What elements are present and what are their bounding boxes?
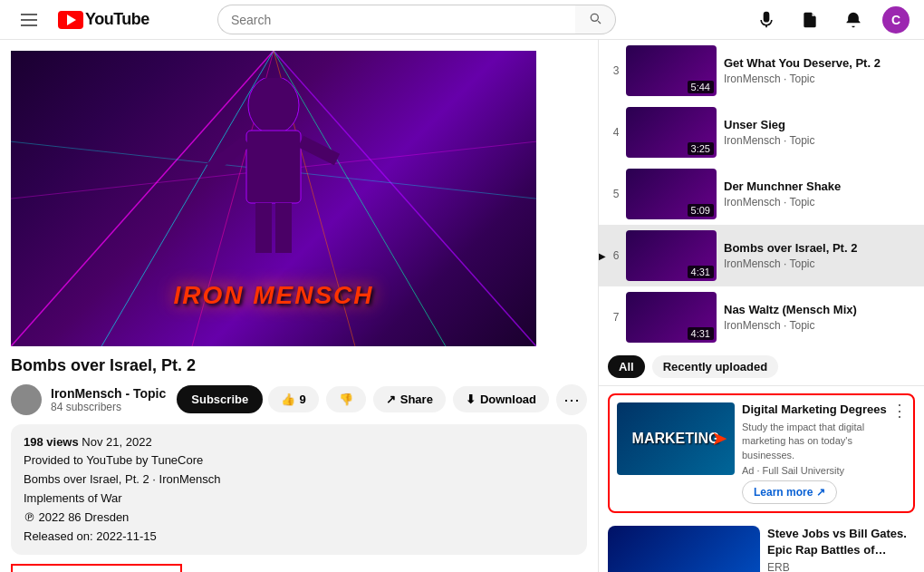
like-button[interactable]: 👍 9 xyxy=(268,386,319,412)
upload-button[interactable] xyxy=(795,5,824,34)
avatar[interactable]: C xyxy=(882,6,910,34)
item-duration: 4:31 xyxy=(688,327,714,340)
item-number: 5 xyxy=(606,188,626,200)
view-date: Nov 21, 2022 xyxy=(82,435,151,449)
view-count: 198 views xyxy=(24,435,79,449)
hamburger-icon xyxy=(17,10,41,30)
item-number: 3 xyxy=(606,64,626,77)
item-info: Bombs over Israel, Pt. 2 IronMensch · To… xyxy=(717,241,917,271)
search-button[interactable] xyxy=(575,5,616,34)
learn-more-button[interactable]: Learn more ↗ xyxy=(742,480,837,504)
main-content: IRON MENSCH Bombs over Israel, Pt. 2 Iro… xyxy=(0,40,924,572)
svg-rect-13 xyxy=(275,203,292,253)
subscriber-count: 84 subscribers xyxy=(51,401,166,413)
svg-point-8 xyxy=(248,78,299,134)
channel-row: IronMensch - Topic 84 subscribers Subscr… xyxy=(11,384,587,415)
rec-thumbnail: 2:48 xyxy=(608,526,760,572)
item-number: 7 xyxy=(606,311,626,324)
hamburger-menu-button[interactable] xyxy=(14,5,43,34)
item-channel: IronMensch · Topic xyxy=(724,134,917,147)
playlist-item[interactable]: 7 4:31 Nas Waltz (Mensch Mix) IronMensch… xyxy=(599,286,924,348)
item-thumbnail: 5:44 xyxy=(626,45,717,96)
copyright-info: ℗ 2022 86 Dresden xyxy=(24,509,574,528)
share-button[interactable]: ↗ Share xyxy=(373,386,446,412)
video-overlay-text: IRON MENSCH xyxy=(173,281,373,310)
video-player[interactable]: IRON MENSCH xyxy=(11,51,536,346)
item-channel: IronMensch · Topic xyxy=(724,196,917,208)
recommended-items: 2:48 Steve Jobs vs Bill Gates. Epic Rap … xyxy=(599,520,924,572)
ad-more-options-button[interactable]: ⋮ xyxy=(891,401,908,421)
ad-thumbnail: MARKETING ➤ xyxy=(617,402,735,475)
svg-rect-12 xyxy=(255,203,272,253)
playlist-item[interactable]: 4 3:25 Unser Sieg IronMensch · Topic xyxy=(599,102,924,163)
ad-title: Digital Marketing Degrees xyxy=(742,402,906,418)
provided-by: Provided to YouTube by TuneCore xyxy=(24,451,574,470)
ad-thumb-text: MARKETING xyxy=(632,431,720,447)
released-info: Released on: 2022-11-15 xyxy=(24,528,574,547)
tab-recently-uploaded[interactable]: Recently uploaded xyxy=(652,355,779,378)
playlist-item[interactable]: 5 5:09 Der Munchner Shake IronMensch · T… xyxy=(599,163,924,225)
item-info: Get What You Deserve, Pt. 2 IronMensch ·… xyxy=(717,56,917,86)
item-duration: 4:31 xyxy=(688,266,714,278)
header-right: C xyxy=(752,5,910,34)
svg-line-10 xyxy=(210,141,246,169)
item-channel: IronMensch · Topic xyxy=(724,319,917,332)
download-button[interactable]: ⬇ Download xyxy=(453,386,549,412)
svg-line-11 xyxy=(301,141,337,160)
item-thumbnail: 4:31 xyxy=(626,292,717,343)
rec-title: Steve Jobs vs Bill Gates. Epic Rap Battl… xyxy=(767,526,915,558)
channel-info: IronMensch - Topic 84 subscribers xyxy=(51,386,166,413)
channel-avatar[interactable] xyxy=(11,384,42,415)
learn-more-label: Learn more xyxy=(754,486,813,499)
item-duration: 3:25 xyxy=(688,142,714,155)
ad-card: MARKETING ➤ Digital Marketing Degrees St… xyxy=(608,393,915,513)
download-icon: ⬇ xyxy=(466,393,476,406)
subscribe-button[interactable]: Subscribe xyxy=(177,385,263,413)
item-number: 4 xyxy=(606,126,626,139)
video-title: Bombs over Israel, Pt. 2 xyxy=(11,355,587,376)
thumbs-up-icon: 👍 xyxy=(281,393,295,406)
sidebar: 3 5:44 Get What You Deserve, Pt. 2 IronM… xyxy=(598,40,924,572)
like-count: 9 xyxy=(300,393,306,406)
description-box: 198 views Nov 21, 2022 Provided to YouTu… xyxy=(11,424,587,556)
item-channel: IronMensch · Topic xyxy=(724,73,917,85)
dislike-button[interactable]: 👎 xyxy=(326,386,366,412)
external-link-icon: ↗ xyxy=(816,486,825,499)
video-section: IRON MENSCH Bombs over Israel, Pt. 2 Iro… xyxy=(0,40,598,572)
item-title: Unser Sieg xyxy=(724,118,917,133)
channel-name[interactable]: IronMensch - Topic xyxy=(51,386,166,401)
item-title: Get What You Deserve, Pt. 2 xyxy=(724,56,917,72)
item-thumbnail: 3:25 xyxy=(626,107,717,158)
mic-icon xyxy=(757,11,775,29)
mic-button[interactable] xyxy=(752,5,781,34)
item-title: Der Munchner Shake xyxy=(724,179,917,195)
notifications-button[interactable] xyxy=(839,5,868,34)
item-title: Nas Waltz (Mensch Mix) xyxy=(724,303,917,318)
sidebar-tabs: All Recently uploaded xyxy=(599,348,924,386)
youtube-logo[interactable]: YouTube xyxy=(58,10,149,29)
item-info: Nas Waltz (Mensch Mix) IronMensch · Topi… xyxy=(717,303,917,333)
item-number: 6 xyxy=(606,249,626,262)
autogen-label: Auto-generated by YouTube. xyxy=(11,564,182,572)
youtube-icon xyxy=(58,11,83,29)
tab-all[interactable]: All xyxy=(608,355,645,378)
search-bar xyxy=(217,5,616,34)
red-arrow-icon: ← xyxy=(191,565,211,572)
item-duration: 5:44 xyxy=(688,81,714,93)
bell-icon xyxy=(844,11,862,29)
playlist-item[interactable]: 6 4:31 Bombs over Israel, Pt. 2 IronMens… xyxy=(599,225,924,286)
svg-rect-9 xyxy=(246,131,301,203)
item-channel: IronMensch · Topic xyxy=(724,257,917,270)
ad-info: Digital Marketing Degrees Study the impa… xyxy=(742,402,906,504)
search-input[interactable] xyxy=(217,5,575,34)
share-icon: ↗ xyxy=(386,393,396,406)
header: YouTube C xyxy=(0,0,924,40)
item-info: Der Munchner Shake IronMensch · Topic xyxy=(717,179,917,209)
more-options-button[interactable]: ⋯ xyxy=(556,384,587,415)
youtube-logo-text: YouTube xyxy=(85,10,149,29)
playlist-item[interactable]: 3 5:44 Get What You Deserve, Pt. 2 IronM… xyxy=(599,40,924,102)
recommended-item[interactable]: 2:48 Steve Jobs vs Bill Gates. Epic Rap … xyxy=(599,520,924,572)
item-info: Unser Sieg IronMensch · Topic xyxy=(717,118,917,148)
track-info: Bombs over Israel, Pt. 2 · IronMensch xyxy=(24,470,574,490)
ad-arrow-icon: ➤ xyxy=(711,427,727,451)
